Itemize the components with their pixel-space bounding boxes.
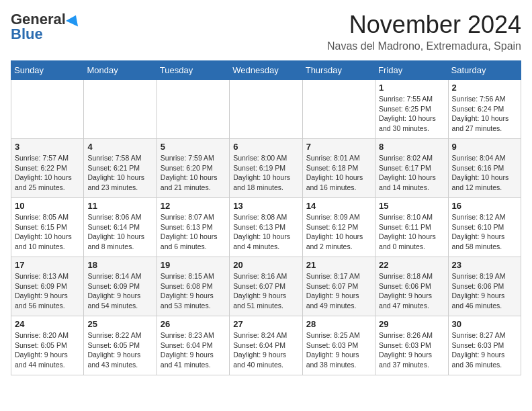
day-number: 2 [452, 83, 517, 93]
calendar-cell: 11Sunrise: 8:06 AM Sunset: 6:14 PM Dayli… [84, 198, 157, 257]
calendar-cell: 13Sunrise: 8:08 AM Sunset: 6:13 PM Dayli… [230, 198, 302, 257]
calendar-cell: 27Sunrise: 8:24 AM Sunset: 6:04 PM Dayli… [230, 316, 302, 375]
logo-icon [66, 12, 82, 26]
calendar-cell: 24Sunrise: 8:20 AM Sunset: 6:05 PM Dayli… [11, 316, 84, 375]
location: Navas del Madrono, Extremadura, Spain [327, 40, 521, 52]
day-info: Sunrise: 8:07 AM Sunset: 6:13 PM Dayligh… [161, 212, 226, 252]
day-info: Sunrise: 8:27 AM Sunset: 6:03 PM Dayligh… [452, 330, 517, 370]
calendar-cell: 21Sunrise: 8:17 AM Sunset: 6:07 PM Dayli… [302, 257, 375, 316]
calendar-cell: 6Sunrise: 8:00 AM Sunset: 6:19 PM Daylig… [230, 139, 302, 198]
weekday-header-sunday: Sunday [11, 61, 84, 80]
calendar-cell: 17Sunrise: 8:13 AM Sunset: 6:09 PM Dayli… [11, 257, 84, 316]
day-info: Sunrise: 8:18 AM Sunset: 6:06 PM Dayligh… [379, 271, 444, 311]
calendar-cell: 16Sunrise: 8:12 AM Sunset: 6:10 PM Dayli… [448, 198, 521, 257]
weekday-header-saturday: Saturday [448, 61, 521, 80]
day-info: Sunrise: 8:12 AM Sunset: 6:10 PM Dayligh… [452, 212, 517, 252]
calendar-week-row: 17Sunrise: 8:13 AM Sunset: 6:09 PM Dayli… [11, 257, 521, 316]
day-number: 27 [233, 319, 298, 329]
calendar-week-row: 24Sunrise: 8:20 AM Sunset: 6:05 PM Dayli… [11, 316, 521, 375]
day-info: Sunrise: 7:58 AM Sunset: 6:21 PM Dayligh… [87, 153, 152, 193]
day-info: Sunrise: 8:20 AM Sunset: 6:05 PM Dayligh… [15, 330, 80, 370]
day-number: 17 [15, 260, 80, 270]
day-info: Sunrise: 8:04 AM Sunset: 6:16 PM Dayligh… [452, 153, 517, 193]
weekday-header-row: SundayMondayTuesdayWednesdayThursdayFrid… [11, 61, 521, 80]
day-info: Sunrise: 8:06 AM Sunset: 6:14 PM Dayligh… [87, 212, 152, 252]
day-number: 30 [452, 319, 517, 329]
calendar-table: SundayMondayTuesdayWednesdayThursdayFrid… [11, 60, 521, 375]
day-number: 9 [452, 142, 517, 152]
calendar-cell: 25Sunrise: 8:22 AM Sunset: 6:05 PM Dayli… [84, 316, 157, 375]
day-number: 14 [306, 201, 371, 211]
day-number: 16 [452, 201, 517, 211]
calendar-week-row: 3Sunrise: 7:57 AM Sunset: 6:22 PM Daylig… [11, 139, 521, 198]
day-number: 22 [379, 260, 444, 270]
calendar-cell [84, 80, 157, 139]
calendar-cell: 12Sunrise: 8:07 AM Sunset: 6:13 PM Dayli… [157, 198, 229, 257]
day-number: 8 [379, 142, 444, 152]
calendar-cell: 7Sunrise: 8:01 AM Sunset: 6:18 PM Daylig… [302, 139, 375, 198]
calendar-cell: 4Sunrise: 7:58 AM Sunset: 6:21 PM Daylig… [84, 139, 157, 198]
weekday-header-friday: Friday [375, 61, 448, 80]
day-number: 26 [161, 319, 226, 329]
calendar-cell: 1Sunrise: 7:55 AM Sunset: 6:25 PM Daylig… [375, 80, 448, 139]
day-number: 7 [306, 142, 371, 152]
calendar-cell: 22Sunrise: 8:18 AM Sunset: 6:06 PM Dayli… [375, 257, 448, 316]
day-info: Sunrise: 8:24 AM Sunset: 6:04 PM Dayligh… [233, 330, 298, 370]
calendar-cell: 9Sunrise: 8:04 AM Sunset: 6:16 PM Daylig… [448, 139, 521, 198]
day-number: 13 [233, 201, 298, 211]
logo-blue: Blue [11, 26, 43, 43]
day-info: Sunrise: 8:16 AM Sunset: 6:07 PM Dayligh… [233, 271, 298, 311]
day-info: Sunrise: 7:59 AM Sunset: 6:20 PM Dayligh… [161, 153, 226, 193]
calendar-cell: 3Sunrise: 7:57 AM Sunset: 6:22 PM Daylig… [11, 139, 84, 198]
day-number: 10 [15, 201, 80, 211]
day-number: 28 [306, 319, 371, 329]
day-number: 21 [306, 260, 371, 270]
day-info: Sunrise: 8:08 AM Sunset: 6:13 PM Dayligh… [233, 212, 298, 252]
day-info: Sunrise: 8:23 AM Sunset: 6:04 PM Dayligh… [161, 330, 226, 370]
day-number: 3 [15, 142, 80, 152]
day-info: Sunrise: 8:09 AM Sunset: 6:12 PM Dayligh… [306, 212, 371, 252]
calendar-cell [157, 80, 229, 139]
day-info: Sunrise: 7:56 AM Sunset: 6:24 PM Dayligh… [452, 94, 517, 134]
calendar-cell: 18Sunrise: 8:14 AM Sunset: 6:09 PM Dayli… [84, 257, 157, 316]
calendar-cell: 29Sunrise: 8:26 AM Sunset: 6:03 PM Dayli… [375, 316, 448, 375]
day-info: Sunrise: 8:14 AM Sunset: 6:09 PM Dayligh… [87, 271, 152, 311]
day-info: Sunrise: 8:05 AM Sunset: 6:15 PM Dayligh… [15, 212, 80, 252]
calendar-cell: 20Sunrise: 8:16 AM Sunset: 6:07 PM Dayli… [230, 257, 302, 316]
logo: General Blue [11, 11, 81, 43]
calendar-week-row: 1Sunrise: 7:55 AM Sunset: 6:25 PM Daylig… [11, 80, 521, 139]
calendar-cell: 23Sunrise: 8:19 AM Sunset: 6:06 PM Dayli… [448, 257, 521, 316]
calendar-cell: 14Sunrise: 8:09 AM Sunset: 6:12 PM Dayli… [302, 198, 375, 257]
day-info: Sunrise: 8:19 AM Sunset: 6:06 PM Dayligh… [452, 271, 517, 311]
day-info: Sunrise: 8:00 AM Sunset: 6:19 PM Dayligh… [233, 153, 298, 193]
weekday-header-tuesday: Tuesday [157, 61, 229, 80]
page-header: General Blue November 2024 Navas del Mad… [11, 11, 521, 52]
day-number: 15 [379, 201, 444, 211]
day-number: 19 [161, 260, 226, 270]
day-number: 25 [87, 319, 152, 329]
calendar-week-row: 10Sunrise: 8:05 AM Sunset: 6:15 PM Dayli… [11, 198, 521, 257]
calendar-cell: 26Sunrise: 8:23 AM Sunset: 6:04 PM Dayli… [157, 316, 229, 375]
weekday-header-wednesday: Wednesday [230, 61, 302, 80]
day-number: 23 [452, 260, 517, 270]
day-number: 11 [87, 201, 152, 211]
calendar-cell [302, 80, 375, 139]
weekday-header-thursday: Thursday [302, 61, 375, 80]
day-info: Sunrise: 8:15 AM Sunset: 6:08 PM Dayligh… [161, 271, 226, 311]
calendar-cell: 19Sunrise: 8:15 AM Sunset: 6:08 PM Dayli… [157, 257, 229, 316]
calendar-cell [11, 80, 84, 139]
day-number: 1 [379, 83, 444, 93]
day-number: 4 [87, 142, 152, 152]
day-info: Sunrise: 8:17 AM Sunset: 6:07 PM Dayligh… [306, 271, 371, 311]
day-number: 5 [161, 142, 226, 152]
day-info: Sunrise: 8:02 AM Sunset: 6:17 PM Dayligh… [379, 153, 444, 193]
day-number: 24 [15, 319, 80, 329]
calendar-cell: 28Sunrise: 8:25 AM Sunset: 6:03 PM Dayli… [302, 316, 375, 375]
day-info: Sunrise: 7:57 AM Sunset: 6:22 PM Dayligh… [15, 153, 80, 193]
day-info: Sunrise: 7:55 AM Sunset: 6:25 PM Dayligh… [379, 94, 444, 134]
calendar-cell: 10Sunrise: 8:05 AM Sunset: 6:15 PM Dayli… [11, 198, 84, 257]
day-number: 18 [87, 260, 152, 270]
day-info: Sunrise: 8:13 AM Sunset: 6:09 PM Dayligh… [15, 271, 80, 311]
day-info: Sunrise: 8:01 AM Sunset: 6:18 PM Dayligh… [306, 153, 371, 193]
calendar-cell: 15Sunrise: 8:10 AM Sunset: 6:11 PM Dayli… [375, 198, 448, 257]
